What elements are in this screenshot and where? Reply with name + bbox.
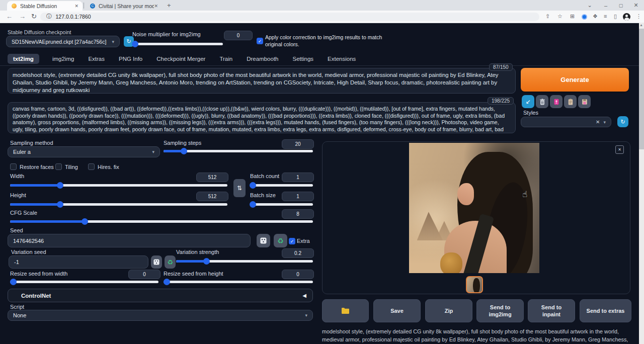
prompt-textarea[interactable]: modelshoot style, (extremely detailed CG… bbox=[8, 68, 516, 94]
extension-dot-icon[interactable] bbox=[582, 14, 587, 20]
negative-prompt-textarea[interactable]: canvas frame, cartoon, 3d, ((disfigured)… bbox=[8, 102, 516, 133]
paste-generation-params-button[interactable]: ↙ bbox=[522, 95, 534, 108]
sampling-method-dropdown[interactable]: Euler a ▾ bbox=[8, 146, 160, 157]
side-panel-icon[interactable]: ▯ bbox=[614, 13, 617, 20]
tab-close-icon[interactable]: ✕ bbox=[154, 4, 158, 9]
batch-count-slider[interactable] bbox=[250, 184, 313, 187]
variation-random-seed-button[interactable] bbox=[151, 255, 162, 269]
restore-faces-checkbox[interactable] bbox=[10, 163, 17, 170]
color-correction-checkbox[interactable]: ✓ bbox=[257, 38, 263, 44]
noise-multiplier-slider[interactable] bbox=[132, 43, 223, 45]
forward-icon[interactable]: → bbox=[19, 13, 26, 20]
tab-train[interactable]: Train bbox=[218, 54, 233, 64]
send-to-extras-button[interactable]: Send to extras bbox=[580, 299, 631, 322]
cfg-scale-slider[interactable] bbox=[10, 220, 313, 223]
tab-img2img[interactable]: img2img bbox=[51, 54, 75, 64]
save-button[interactable]: Save bbox=[373, 299, 421, 322]
cfg-scale-value[interactable]: 8 bbox=[282, 209, 314, 219]
gallery-thumbnail-selected[interactable] bbox=[466, 276, 483, 293]
share-icon[interactable]: ⇧ bbox=[545, 13, 550, 20]
batch-size-slider[interactable] bbox=[250, 203, 313, 206]
slider-handle[interactable] bbox=[203, 258, 210, 265]
styles-dropdown[interactable]: ✕ ▾ bbox=[521, 117, 611, 127]
variation-strength-slider[interactable] bbox=[176, 260, 313, 263]
tab-close-icon[interactable]: ✕ bbox=[74, 4, 78, 9]
tab-checkpoint-merger[interactable]: Checkpoint Merger bbox=[155, 54, 206, 64]
resize-seed-height-slider[interactable] bbox=[164, 281, 313, 283]
reading-list-icon[interactable]: ≡ bbox=[604, 13, 607, 19]
bookmark-star-icon[interactable]: ☆ bbox=[557, 13, 562, 20]
back-icon[interactable]: ← bbox=[6, 13, 13, 20]
tab-extras[interactable]: Extras bbox=[87, 54, 106, 64]
controlnet-accordion[interactable]: ControlNet ◀ bbox=[8, 289, 313, 302]
resize-seed-width-slider[interactable] bbox=[10, 281, 158, 283]
new-tab-button[interactable]: + bbox=[167, 2, 171, 9]
extension-grid-icon[interactable]: ⊞ bbox=[570, 13, 575, 20]
clear-prompt-button[interactable] bbox=[536, 95, 548, 108]
variation-seed-input[interactable]: -1 bbox=[9, 255, 148, 269]
extensions-puzzle-icon[interactable]: ❖ bbox=[593, 13, 598, 20]
slider-handle[interactable] bbox=[57, 182, 63, 189]
tab-png-info[interactable]: PNG Info bbox=[118, 54, 143, 64]
resize-seed-height-value[interactable]: 0 bbox=[282, 270, 314, 279]
variation-strength-value[interactable]: 0.2 bbox=[282, 248, 314, 258]
save-style-button[interactable] bbox=[578, 95, 591, 108]
sampling-steps-slider[interactable] bbox=[164, 150, 313, 152]
zip-button[interactable]: Zip bbox=[425, 299, 472, 322]
random-seed-button[interactable] bbox=[257, 234, 270, 247]
batch-count-value[interactable]: 1 bbox=[282, 173, 314, 182]
noise-multiplier-value[interactable]: 0 bbox=[224, 31, 253, 40]
site-info-icon[interactable]: ⓘ bbox=[46, 13, 52, 20]
slider-handle[interactable] bbox=[132, 41, 138, 47]
reload-icon[interactable]: ↻ bbox=[31, 13, 37, 20]
generate-button[interactable]: Generate bbox=[521, 68, 629, 92]
height-value[interactable]: 512 bbox=[196, 192, 228, 201]
tab-extensions[interactable]: Extensions bbox=[327, 54, 357, 64]
window-chevron-icon[interactable]: ⌄ bbox=[584, 0, 596, 11]
window-close-button[interactable]: ✕ bbox=[630, 0, 642, 11]
profile-avatar[interactable] bbox=[623, 13, 630, 21]
tab-txt2img[interactable]: txt2img bbox=[8, 54, 39, 64]
swap-dimensions-button[interactable]: ⇅ bbox=[233, 179, 246, 197]
extra-seed-checkbox[interactable]: ✓ bbox=[289, 238, 295, 244]
reuse-seed-button[interactable]: ♻ bbox=[274, 234, 287, 247]
window-minimize-button[interactable]: – bbox=[600, 0, 612, 11]
browser-tab-stable-diffusion[interactable]: Stable Diffusion ✕ bbox=[7, 1, 83, 11]
tiling-checkbox[interactable] bbox=[55, 163, 62, 170]
slider-handle[interactable] bbox=[181, 148, 187, 154]
slider-handle[interactable] bbox=[250, 182, 256, 189]
width-value[interactable]: 512 bbox=[196, 173, 228, 182]
scrollbar-up-icon[interactable]: ▲ bbox=[639, 23, 643, 27]
apply-style-button[interactable] bbox=[564, 95, 577, 108]
script-dropdown[interactable]: None ▾ bbox=[8, 310, 313, 321]
send-to-img2img-button[interactable]: Send to img2img bbox=[476, 299, 524, 322]
height-slider[interactable] bbox=[10, 203, 227, 206]
slider-handle[interactable] bbox=[10, 279, 17, 285]
seed-input[interactable]: 1476462546 bbox=[8, 234, 251, 247]
slider-handle[interactable] bbox=[164, 279, 170, 285]
generated-image[interactable] bbox=[409, 143, 539, 273]
window-maximize-button[interactable]: ▢ bbox=[615, 0, 627, 11]
clear-icon[interactable]: ✕ bbox=[596, 119, 600, 125]
extra-networks-button[interactable] bbox=[550, 95, 562, 108]
tab-settings[interactable]: Settings bbox=[292, 54, 315, 64]
slider-handle[interactable] bbox=[82, 218, 88, 225]
hires-fix-checkbox[interactable] bbox=[88, 163, 95, 170]
close-gallery-button[interactable]: ✕ bbox=[615, 145, 624, 154]
width-slider[interactable] bbox=[10, 184, 227, 187]
scrollbar-thumb[interactable] bbox=[639, 29, 644, 149]
checkpoint-dropdown[interactable]: SD15NewVAEpruned.ckpt [27a4ac756c] ▾ bbox=[6, 36, 120, 47]
batch-size-value[interactable]: 1 bbox=[282, 192, 314, 201]
tab-dreambooth[interactable]: Dreambooth bbox=[246, 54, 279, 64]
url-bar[interactable]: ⓘ 127.0.0.1:7860 bbox=[40, 13, 539, 21]
resize-seed-width-value[interactable]: 0 bbox=[128, 270, 160, 279]
variation-reuse-seed-button[interactable]: ♻ bbox=[165, 255, 176, 269]
slider-handle[interactable] bbox=[57, 201, 63, 208]
send-to-inpaint-button[interactable]: Send to inpaint bbox=[528, 299, 575, 322]
open-folder-button[interactable] bbox=[322, 299, 369, 322]
refresh-styles-button[interactable]: ↻ bbox=[617, 116, 628, 127]
slider-handle[interactable] bbox=[250, 201, 256, 208]
sampling-steps-value[interactable]: 20 bbox=[282, 139, 314, 149]
browser-tab-civitai[interactable]: C Civitai | Share your models ✕ bbox=[86, 1, 162, 11]
browser-menu-icon[interactable]: ⋮ bbox=[636, 13, 641, 20]
